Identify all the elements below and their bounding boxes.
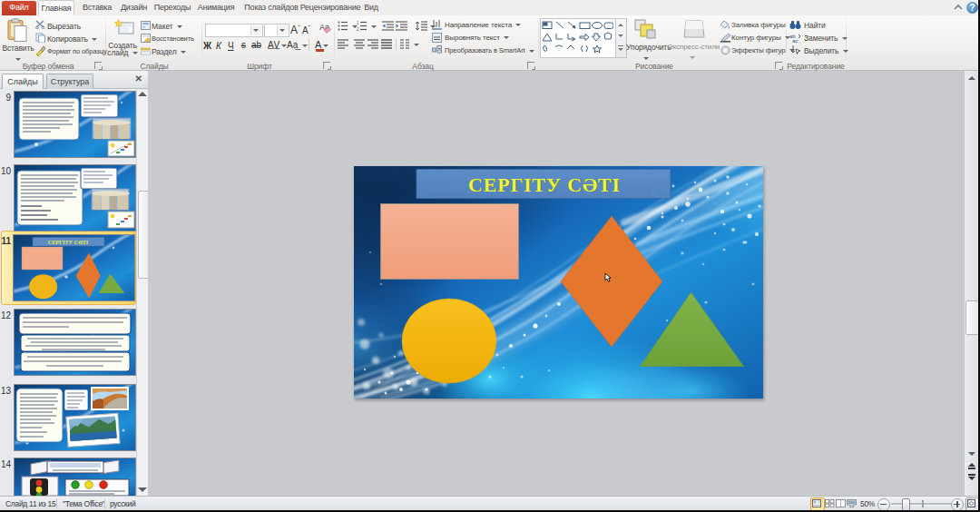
svg-text:ac: ac (792, 38, 798, 43)
svg-text:СЕРГІТУ СӘТІ: СЕРГІТУ СӘТІ (48, 239, 89, 245)
svg-text:2: 2 (357, 27, 359, 31)
svg-text:СЕРГІТУ СӘТІ: СЕРГІТУ СӘТІ (468, 173, 621, 196)
svg-text:1: 1 (357, 21, 359, 25)
